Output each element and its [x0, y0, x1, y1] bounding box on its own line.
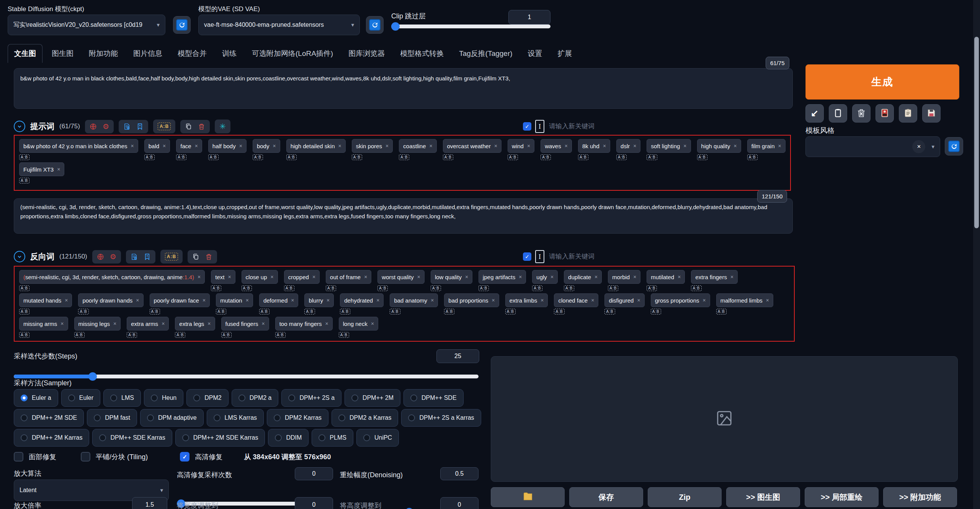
- globe-icon[interactable]: [97, 253, 104, 260]
- chip-close-icon[interactable]: ×: [637, 297, 640, 303]
- chip-close-icon[interactable]: ×: [591, 297, 594, 303]
- translate-ab-icon[interactable]: A:B: [127, 332, 137, 338]
- refresh-styles-button[interactable]: [945, 137, 963, 155]
- prompt-chip[interactable]: half body×: [208, 139, 247, 153]
- chip-close-icon[interactable]: ×: [195, 143, 198, 149]
- trash-icon[interactable]: [198, 123, 205, 130]
- scrollbar-thumb[interactable]: [974, 37, 979, 228]
- negative-chip[interactable]: mutation×: [216, 293, 253, 307]
- chip-close-icon[interactable]: ×: [198, 274, 201, 280]
- collapse-chevron-icon[interactable]: [14, 251, 25, 262]
- tab-图片信息[interactable]: 图片信息: [127, 44, 168, 63]
- chip-close-icon[interactable]: ×: [595, 274, 598, 280]
- translate-ab-icon[interactable]: A:B: [19, 154, 29, 160]
- chip-close-icon[interactable]: ×: [261, 321, 265, 327]
- extra-networks-button[interactable]: [875, 104, 894, 123]
- translate-ab-icon[interactable]: A:B: [352, 154, 362, 160]
- slider-handle[interactable]: [391, 22, 400, 31]
- translate-ab-icon[interactable]: A:B: [275, 332, 286, 338]
- chip-close-icon[interactable]: ×: [371, 321, 374, 327]
- clip-skip-slider[interactable]: [391, 22, 550, 31]
- negative-chip[interactable]: jpeg artifacts×: [479, 270, 526, 284]
- translate-ab-icon[interactable]: A:B: [253, 154, 263, 160]
- refresh-ckpt-button[interactable]: [173, 16, 191, 34]
- translate-ab-icon[interactable]: A:B: [647, 154, 657, 160]
- chip-close-icon[interactable]: ×: [131, 143, 134, 149]
- translate-ab-icon[interactable]: A:B: [697, 154, 707, 160]
- bookmark-icon[interactable]: [136, 123, 144, 130]
- translate-ab-icon[interactable]: A:B: [444, 309, 454, 314]
- globe-icon[interactable]: [90, 123, 97, 130]
- sampler-option-LMS Karras[interactable]: LMS Karras: [207, 409, 264, 427]
- sampler-option-DPM++ SDE[interactable]: DPM++ SDE: [403, 389, 464, 407]
- chip-close-icon[interactable]: ×: [733, 143, 737, 149]
- sampler-option-Heun[interactable]: Heun: [144, 389, 183, 407]
- resize-width-value[interactable]: 0: [295, 497, 333, 509]
- sampler-option-Euler[interactable]: Euler: [61, 389, 100, 407]
- sampler-option-DPM++ SDE Karras[interactable]: DPM++ SDE Karras: [92, 429, 172, 447]
- blank-doc-button[interactable]: [829, 104, 847, 123]
- vae-select[interactable]: vae-ft-mse-840000-ema-pruned.safetensors…: [198, 15, 360, 35]
- chip-close-icon[interactable]: ×: [312, 274, 315, 280]
- negative-chip[interactable]: too many fingers×: [275, 317, 333, 331]
- negative-chip[interactable]: close up×: [242, 270, 278, 284]
- translate-ab-icon[interactable]: A:B: [651, 309, 661, 314]
- translate-ab-icon[interactable]: A:B: [564, 285, 574, 291]
- steps-value[interactable]: 25: [436, 349, 479, 363]
- translate-ab-icon[interactable]: A:B: [78, 309, 88, 314]
- negative-chip[interactable]: extra legs×: [175, 317, 215, 331]
- gear-icon[interactable]: ⚙: [103, 123, 109, 130]
- upscale-by-value[interactable]: 1.5: [132, 497, 167, 509]
- tab-模型合并[interactable]: 模型合并: [172, 44, 213, 63]
- save-style-button[interactable]: [922, 104, 941, 123]
- chip-close-icon[interactable]: ×: [385, 143, 389, 149]
- tab-可选附加网络(LoRA插件)[interactable]: 可选附加网络(LoRA插件): [246, 44, 339, 63]
- prompt-chip[interactable]: high detailed skin×: [286, 139, 346, 153]
- send-to-inpaint-button[interactable]: >> 局部重绘: [805, 487, 879, 507]
- translate-ab-icon[interactable]: A:B: [304, 309, 315, 314]
- sampler-option-DPM2[interactable]: DPM2: [186, 389, 228, 407]
- chip-close-icon[interactable]: ×: [136, 297, 139, 303]
- translate-ab-icon[interactable]: A:B: [208, 154, 219, 160]
- sampler-option-DPM++ 2M SDE Karras[interactable]: DPM++ 2M SDE Karras: [175, 429, 265, 447]
- negative-chip[interactable]: mutated hands×: [19, 293, 72, 307]
- face-restore-checkbox[interactable]: [14, 452, 23, 462]
- trash-icon[interactable]: [205, 253, 212, 260]
- history-doc-icon[interactable]: [131, 253, 138, 260]
- chip-close-icon[interactable]: ×: [327, 297, 330, 303]
- translate-ab-icon[interactable]: A:B: [340, 309, 350, 314]
- translate-ab-icon[interactable]: A:B: [604, 309, 615, 314]
- negative-chip[interactable]: malformed limbs×: [716, 293, 773, 307]
- translate-ab-icon[interactable]: A:B: [399, 154, 409, 160]
- tab-设置[interactable]: 设置: [522, 44, 549, 63]
- chip-close-icon[interactable]: ×: [541, 297, 544, 303]
- sampler-option-LMS[interactable]: LMS: [103, 389, 141, 407]
- ckpt-select[interactable]: 写实\realisticVisionV20_v20.safetensors [c…: [8, 15, 165, 35]
- prompt-chip[interactable]: bald×: [144, 139, 170, 153]
- prompt-chip[interactable]: coastline×: [399, 139, 436, 153]
- prompt-chip[interactable]: 8k uhd×: [578, 139, 610, 153]
- prompt-chip[interactable]: overcast weather×: [443, 139, 501, 153]
- chip-close-icon[interactable]: ×: [730, 274, 733, 280]
- negative-chip[interactable]: deformed×: [259, 293, 299, 307]
- translate-ab-icon[interactable]: A:B: [326, 285, 336, 291]
- sampler-option-DPM++ 2M[interactable]: DPM++ 2M: [345, 389, 400, 407]
- translate-ab-icon[interactable]: A:B: [554, 309, 564, 314]
- tab-图库浏览器[interactable]: 图库浏览器: [342, 44, 391, 63]
- translate-ab-icon[interactable]: A:B: [431, 285, 441, 291]
- prompt-chip[interactable]: skin pores×: [352, 139, 393, 153]
- sampler-option-DPM2 a Karras[interactable]: DPM2 a Karras: [332, 409, 398, 427]
- chip-close-icon[interactable]: ×: [778, 143, 781, 149]
- chip-close-icon[interactable]: ×: [246, 297, 249, 303]
- negative-chip[interactable]: out of frame×: [326, 270, 371, 284]
- chip-close-icon[interactable]: ×: [678, 274, 681, 280]
- sampler-option-DDIM[interactable]: DDIM: [268, 429, 309, 447]
- negative-chip[interactable]: missing legs×: [74, 317, 121, 331]
- chip-close-icon[interactable]: ×: [565, 143, 568, 149]
- translate-ab-icon[interactable]: A:B: [339, 332, 349, 338]
- negative-chip[interactable]: fused fingers×: [221, 317, 269, 331]
- translate-ab-icon[interactable]: A:B: [211, 285, 221, 291]
- negative-chip[interactable]: cropped×: [284, 270, 320, 284]
- keyword-checkbox[interactable]: ✓: [523, 122, 531, 131]
- prompt-chip[interactable]: wind×: [508, 139, 534, 153]
